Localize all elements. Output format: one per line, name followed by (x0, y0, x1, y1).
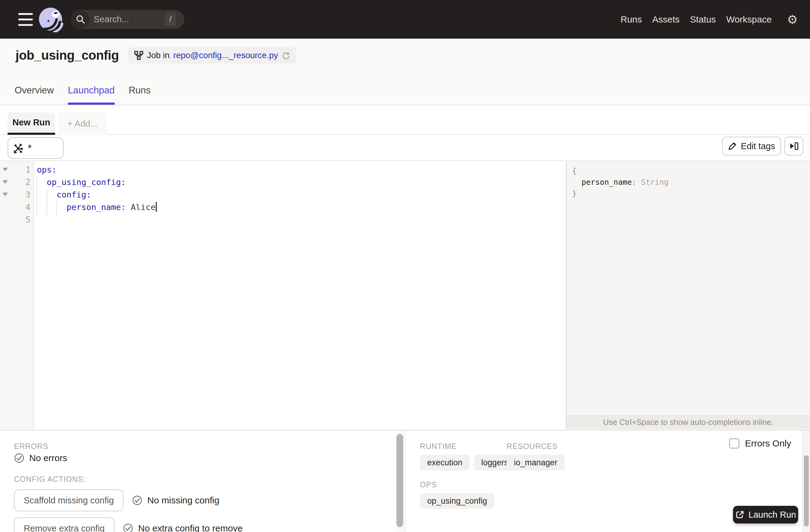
nav-item-assets[interactable]: Assets (652, 14, 680, 25)
code-line: ops: (37, 163, 157, 176)
job-graph-icon (134, 51, 143, 60)
resources-label: RESOURCES (507, 442, 557, 451)
nav-links: Runs Assets Status Workspace ⚙ (620, 13, 810, 26)
job-tabs: Overview Launchpad Runs (15, 85, 151, 105)
panel-scrollbar[interactable] (395, 430, 405, 532)
pencil-icon (728, 142, 737, 150)
repo-link[interactable]: repo@config..._resource.py (173, 50, 278, 60)
tag-row: * Edit tags (0, 135, 810, 161)
launch-run-button[interactable]: Launch Run (733, 506, 798, 523)
schema-view: { person_name: String } (572, 165, 668, 199)
code-line: person_name: Alice (37, 201, 157, 213)
remove-config-row: Remove extra config No extra config to r… (14, 517, 243, 532)
text-cursor (156, 202, 157, 212)
no-extra-config-status: No extra config to remove (123, 523, 243, 532)
expand-panel-button[interactable] (784, 136, 803, 156)
op-selector-input[interactable]: * (7, 137, 64, 159)
scrollbar-thumb[interactable] (804, 455, 809, 527)
edit-tags-button[interactable]: Edit tags (722, 136, 781, 156)
nav-item-runs[interactable]: Runs (620, 14, 642, 25)
check-circle-icon (123, 523, 133, 532)
errors-label: ERRORS (14, 442, 48, 451)
launchpad-main: 1 2 3 4 5 ops: (0, 161, 810, 429)
ops-label: OPS (420, 480, 437, 489)
line-number: 2 (0, 177, 30, 187)
job-location-badge: Job in repo@config..._resource.py (128, 47, 296, 64)
errors-section: ERRORS No errors CONFIG ACTIONS: Scaffol… (0, 430, 395, 532)
tab-overview[interactable]: Overview (15, 85, 54, 105)
line-number: 1 (0, 165, 30, 174)
schema-close-brace: } (572, 188, 668, 199)
launchpad-tab-strip: New Run + Add... (0, 106, 810, 135)
resource-tag[interactable]: io_manager (507, 455, 565, 470)
preview-scrollbar[interactable] (802, 430, 810, 532)
tab-launchpad[interactable]: Launchpad (68, 85, 114, 105)
dagster-launchpad-page: Search... / Runs Assets Status Workspace… (0, 0, 810, 532)
config-actions-label: CONFIG ACTIONS: (14, 475, 86, 484)
editor-gutter: 1 2 3 4 5 (0, 161, 34, 429)
runtime-label: RUNTIME (420, 442, 457, 451)
nav-item-workspace[interactable]: Workspace (726, 14, 772, 25)
job-header: job_using_config Job in repo@config..._r… (0, 39, 810, 105)
autocomplete-hint: Use Ctrl+Space to show auto-completions … (567, 415, 810, 429)
gear-icon[interactable]: ⚙ (787, 13, 798, 26)
add-config-tab-button[interactable]: + Add... (58, 112, 107, 135)
reload-icon[interactable] (282, 51, 290, 60)
schema-field-name[interactable]: person_name (572, 178, 632, 187)
code-line: config: (37, 188, 157, 201)
no-missing-config-status: No missing config (132, 495, 220, 505)
code-line (37, 213, 157, 226)
scaffold-config-row: Scaffold missing config No missing confi… (14, 489, 220, 511)
runtime-tags: execution loggers (420, 455, 516, 470)
dagster-logo-icon[interactable] (38, 7, 64, 32)
scrollbar-thumb[interactable] (396, 434, 403, 527)
search-placeholder: Search... (94, 14, 129, 25)
remove-extra-config-button[interactable]: Remove extra config (14, 517, 114, 532)
nav-item-status[interactable]: Status (690, 14, 716, 25)
search-input[interactable]: Search... / (71, 10, 184, 29)
errors-only-checkbox[interactable] (729, 438, 740, 449)
search-shortcut-badge: / (165, 13, 176, 26)
check-circle-icon (14, 453, 25, 463)
errors-only-label: Errors Only (745, 438, 791, 449)
config-schema-panel: { person_name: String } Use Ctrl+Space t… (566, 161, 810, 429)
bottom-panel: ERRORS No errors CONFIG ACTIONS: Scaffol… (0, 430, 810, 532)
op-selector-value: * (28, 142, 32, 154)
search-icon (72, 11, 90, 28)
no-errors-status: No errors (14, 453, 67, 463)
schema-open-brace: { (572, 165, 668, 177)
line-number: 4 (0, 203, 30, 212)
resources-tags: io_manager (507, 455, 565, 470)
play-into-panel-icon (789, 141, 799, 151)
ops-tags: op_using_config (420, 493, 495, 509)
runtime-tag[interactable]: execution (420, 455, 470, 470)
errors-only-control: Errors Only (729, 438, 791, 449)
op-selector-icon (13, 143, 24, 154)
check-circle-icon (132, 495, 142, 505)
code-line: op_using_config: (37, 176, 157, 188)
menu-icon[interactable] (18, 13, 33, 26)
yaml-code[interactable]: ops: op_using_config: config: person_nam… (37, 163, 157, 226)
line-number: 5 (0, 215, 30, 224)
scaffold-missing-config-button[interactable]: Scaffold missing config (14, 489, 124, 511)
tab-runs[interactable]: Runs (129, 85, 151, 105)
page-title: job_using_config (16, 48, 119, 63)
launch-icon (735, 510, 744, 519)
line-number: 3 (0, 190, 30, 199)
tab-new-run[interactable]: New Run (7, 112, 55, 135)
op-tag[interactable]: op_using_config (420, 493, 495, 509)
config-editor[interactable]: 1 2 3 4 5 ops: (0, 161, 565, 429)
top-nav: Search... / Runs Assets Status Workspace… (0, 0, 810, 39)
badge-prefix: Job in (147, 50, 170, 60)
schema-field-type: String (641, 178, 668, 187)
edit-tags-label: Edit tags (741, 141, 775, 151)
